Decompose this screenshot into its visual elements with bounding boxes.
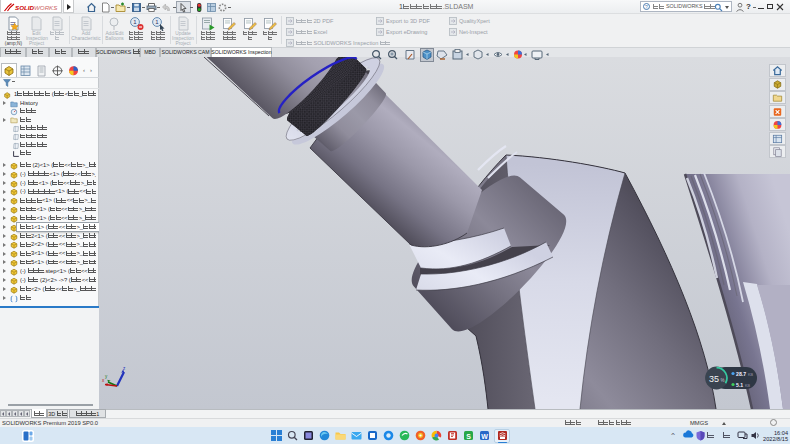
svg-text:28.7: 28.7 bbox=[736, 371, 746, 377]
svg-text:KB: KB bbox=[748, 373, 754, 377]
svg-text:S: S bbox=[466, 433, 471, 440]
svg-text:KB: KB bbox=[745, 384, 751, 388]
svg-text:%: % bbox=[721, 378, 725, 383]
svg-text:35: 35 bbox=[709, 374, 719, 384]
svg-text:W: W bbox=[481, 433, 488, 440]
svg-text:y: y bbox=[105, 374, 108, 379]
svg-text:z: z bbox=[123, 366, 126, 371]
svg-text:5.1: 5.1 bbox=[736, 382, 743, 388]
